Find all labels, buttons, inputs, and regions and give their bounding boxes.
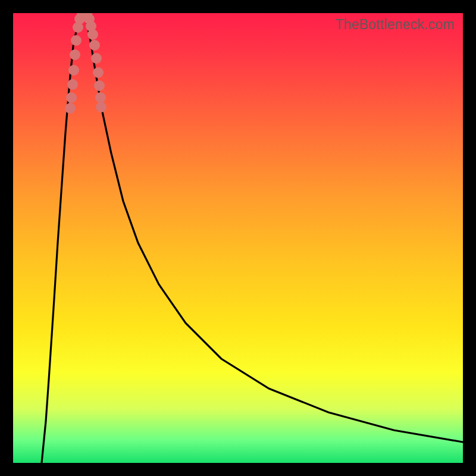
data-point [94,80,105,91]
data-point [89,40,100,51]
plot-area: TheBottleneck.com [13,13,463,463]
data-point [93,67,104,78]
data-point [70,49,80,60]
data-point [91,53,102,64]
data-point [68,65,79,76]
data-point [95,92,106,103]
data-point [87,29,98,40]
curve-right [84,13,463,442]
data-point [66,92,77,103]
data-point [67,79,78,90]
data-point [96,102,107,112]
chart-frame: TheBottleneck.com [0,0,476,476]
data-point [71,35,82,46]
data-point [65,103,76,114]
chart-svg [13,13,463,463]
